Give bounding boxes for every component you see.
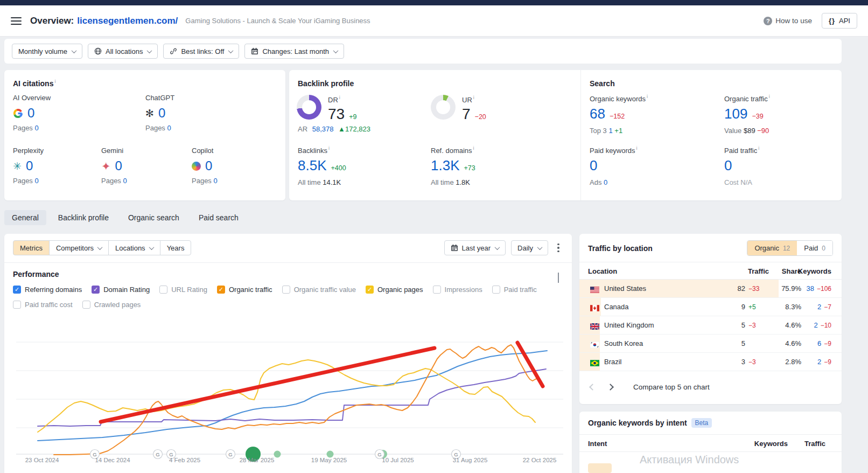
metric-toggle-referring-domains[interactable]: Referring domains bbox=[13, 286, 82, 294]
header-intent-traffic: Traffic bbox=[793, 440, 825, 448]
target-domain-link[interactable]: licensegentlemen.com/ bbox=[77, 16, 178, 26]
location-row[interactable]: Canada9+58.3%2−7 bbox=[579, 298, 842, 316]
info-icon[interactable]: i bbox=[328, 145, 330, 151]
metric-toggle-paid-traffic[interactable]: Paid traffic bbox=[492, 286, 537, 294]
how-to-use-label: How to use bbox=[775, 17, 812, 25]
keywords-link[interactable]: 2 bbox=[814, 321, 817, 329]
pages-value[interactable]: 0 bbox=[214, 177, 218, 185]
checkbox-icon bbox=[433, 286, 441, 294]
segment-competitors[interactable]: Competitors bbox=[49, 240, 109, 255]
filter-all-locations[interactable]: All locations bbox=[88, 44, 158, 59]
tab-general[interactable]: General bbox=[4, 210, 46, 225]
location-row[interactable]: United Kingdom5−34.6%2−10 bbox=[579, 316, 842, 335]
backlink-profile-title: Backlink profile bbox=[298, 79, 354, 88]
ref-domains-value[interactable]: 1.3K bbox=[431, 157, 460, 174]
pages-value[interactable]: 0 bbox=[35, 124, 39, 132]
organic-paid-toggle: Organic12 Paid0 bbox=[747, 240, 833, 256]
filter-bar: Monthly volumeAll locationsBest links: O… bbox=[4, 39, 842, 64]
ar-label: AR bbox=[298, 125, 307, 133]
collapse-chevron-icon[interactable] bbox=[558, 273, 559, 283]
traffic-by-location-title: Traffic by location bbox=[588, 244, 653, 253]
hamburger-menu-icon[interactable] bbox=[11, 17, 22, 25]
filter-best-links-off[interactable]: Best links: Off bbox=[163, 44, 239, 59]
alltime-label: All time bbox=[431, 178, 454, 186]
location-row[interactable]: United States82−3375.9%38−106 bbox=[579, 280, 842, 298]
filter-monthly-volume[interactable]: Monthly volume bbox=[12, 44, 82, 59]
ar-value[interactable]: 58,378 bbox=[312, 125, 334, 133]
ai-citations-value[interactable]: 0 bbox=[158, 106, 165, 121]
prev-page-chevron-icon[interactable] bbox=[589, 384, 596, 391]
performance-card: Metrics Competitors Locations Years Last… bbox=[4, 234, 572, 473]
ur-donut-chart bbox=[431, 95, 456, 120]
filter-label: Monthly volume bbox=[18, 47, 67, 55]
ai-item-perplexity: Perplexity✳0Pages 0 bbox=[13, 147, 104, 185]
pages-value[interactable]: 0 bbox=[123, 177, 127, 185]
keywords-link[interactable]: 2 bbox=[817, 358, 821, 366]
keywords-link[interactable]: 2 bbox=[817, 303, 821, 311]
info-icon[interactable]: i bbox=[473, 95, 474, 100]
metric-toggle-paid-traffic-cost[interactable]: Paid traffic cost bbox=[13, 301, 73, 309]
ai-citations-value[interactable]: 0 bbox=[205, 158, 212, 173]
segment-metrics[interactable]: Metrics bbox=[13, 240, 50, 255]
tab-organic-search[interactable]: Organic search bbox=[121, 210, 187, 225]
date-range-button[interactable]: Last year bbox=[444, 240, 506, 255]
link-icon bbox=[170, 47, 177, 55]
info-icon[interactable]: i bbox=[647, 94, 648, 99]
metric-toggle-domain-rating[interactable]: Domain Rating bbox=[92, 286, 150, 294]
more-options-kebab-icon[interactable] bbox=[554, 240, 563, 255]
x-axis-label: 19 May 2025 bbox=[311, 457, 347, 463]
api-button[interactable]: {} API bbox=[822, 13, 857, 29]
info-icon[interactable]: i bbox=[473, 145, 474, 151]
info-icon[interactable]: i bbox=[54, 79, 55, 84]
segment-locations[interactable]: Locations bbox=[108, 240, 160, 255]
ai-item-google: AI Overview0Pages 0 bbox=[13, 94, 104, 132]
keywords-link[interactable]: 38 bbox=[807, 284, 814, 293]
toggle-paid[interactable]: Paid0 bbox=[797, 241, 832, 255]
chevron-down-icon bbox=[333, 48, 339, 53]
paid-keywords-value[interactable]: 0 bbox=[590, 157, 597, 173]
metric-toggle-organic-traffic[interactable]: Organic traffic bbox=[217, 286, 272, 294]
metric-toggle-crawled-pages[interactable]: Crawled pages bbox=[82, 301, 141, 309]
location-table-footer: Compare top 5 on chart bbox=[579, 375, 842, 399]
how-to-use-button[interactable]: ? How to use bbox=[764, 17, 812, 25]
pages-value[interactable]: 0 bbox=[167, 124, 171, 132]
backlinks-delta: +400 bbox=[331, 164, 346, 172]
tab-paid-search[interactable]: Paid search bbox=[191, 210, 246, 225]
top3-value[interactable]: 1 bbox=[608, 127, 612, 135]
info-icon[interactable]: i bbox=[636, 145, 638, 151]
pages-value[interactable]: 0 bbox=[35, 177, 39, 185]
ai-citations-value[interactable]: 0 bbox=[115, 158, 122, 173]
segment-years[interactable]: Years bbox=[160, 240, 192, 255]
toggle-organic[interactable]: Organic12 bbox=[747, 241, 797, 255]
filter-changes-last-month[interactable]: Changes: Last month bbox=[244, 44, 344, 59]
organic-keywords-value[interactable]: 68 bbox=[590, 106, 605, 122]
metric-toggle-organic-pages[interactable]: Organic pages bbox=[366, 286, 423, 294]
location-row[interactable]: South Korea54.6%6−9 bbox=[579, 335, 842, 353]
ai-citations-value[interactable]: 0 bbox=[27, 106, 34, 121]
info-icon[interactable]: i bbox=[769, 94, 770, 99]
ads-value[interactable]: 0 bbox=[604, 178, 607, 186]
paid-traffic-value[interactable]: 0 bbox=[724, 157, 732, 173]
ai-citations-value[interactable]: 0 bbox=[26, 158, 33, 173]
organic-traffic-value[interactable]: 109 bbox=[724, 106, 747, 122]
location-row[interactable]: Brazil3−32.8%2−9 bbox=[579, 353, 842, 371]
metric-toggle-url-rating[interactable]: URL Rating bbox=[159, 286, 207, 294]
metric-toggle-impressions[interactable]: Impressions bbox=[433, 286, 482, 294]
country-name: United Kingdom bbox=[604, 321, 654, 329]
organic-traffic-delta: −39 bbox=[752, 113, 763, 120]
tab-backlink-profile[interactable]: Backlink profile bbox=[51, 210, 116, 225]
backlinks-value[interactable]: 8.5K bbox=[298, 157, 327, 174]
ai-source-label: Copilot bbox=[192, 147, 283, 155]
google-update-dot[interactable] bbox=[274, 451, 281, 458]
performance-chart[interactable]: GGGGGG23 Oct 202414 Dec 20244 Feb 202528… bbox=[4, 317, 572, 473]
info-icon[interactable]: i bbox=[758, 145, 759, 151]
granularity-button[interactable]: Daily bbox=[511, 240, 548, 255]
metric-toggle-organic-traffic-value[interactable]: Organic traffic value bbox=[282, 286, 356, 294]
app-header: Overview: licensegentlemen.com/ Gaming S… bbox=[0, 5, 868, 37]
keywords-link[interactable]: 6 bbox=[817, 339, 821, 347]
compare-top5-link[interactable]: Compare top 5 on chart bbox=[633, 383, 710, 391]
traffic-delta: −3 bbox=[748, 358, 756, 366]
next-page-chevron-icon[interactable] bbox=[607, 384, 614, 391]
info-icon[interactable]: i bbox=[339, 95, 340, 100]
checkbox-checked-icon bbox=[366, 286, 374, 294]
